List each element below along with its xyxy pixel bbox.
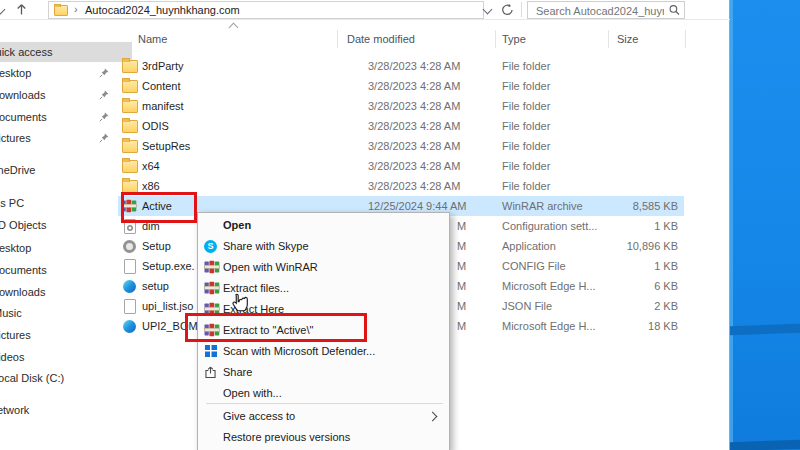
winrar-icon [204, 260, 220, 274]
menu-label: Open [223, 215, 251, 236]
sidebar-label: Pictures [0, 132, 31, 144]
edge-icon [123, 320, 136, 333]
menu-item-scan-with-defender[interactable]: Scan with Microsoft Defender... [198, 341, 449, 362]
toolbar-border [0, 19, 730, 20]
file-row-manifest[interactable]: manifest 3/28/2023 4:28 AM File folder [118, 96, 684, 116]
application-icon [123, 240, 136, 253]
column-separator[interactable] [685, 30, 686, 48]
sidebar-item-network[interactable]: Network [0, 400, 134, 420]
search-box[interactable] [527, 1, 685, 19]
sidebar-item-quick-access[interactable]: Quick access [0, 42, 132, 62]
file-type: File folder [502, 116, 550, 136]
breadcrumb-chevron-icon: › [74, 3, 78, 15]
address-bar[interactable]: › Autocad2024_huynhkhang.com [48, 1, 484, 19]
menu-item-share-with-skype[interactable]: Share with Skype [198, 236, 449, 257]
sidebar-item-pictures-pinned[interactable]: Pictures [0, 128, 136, 148]
file-name: Content [142, 76, 181, 96]
cursor-pointer-icon [229, 291, 250, 317]
menu-item-open-with[interactable]: Open with... [198, 383, 449, 404]
menu-label: Share with Skype [223, 236, 309, 257]
menu-label: Open with WinRAR [223, 257, 318, 278]
sidebar-label: 3D Objects [0, 219, 46, 231]
menu-label: Restore previous versions [223, 427, 350, 448]
menu-item-open-with-winrar[interactable]: Open with WinRAR [198, 257, 449, 278]
file-size [548, 56, 678, 76]
sidebar-item-3d-objects[interactable]: 3D Objects [0, 215, 137, 235]
column-separator[interactable] [608, 30, 609, 48]
sidebar-item-downloads[interactable]: Downloads [0, 282, 136, 302]
menu-item-restore-previous-versions[interactable]: Restore previous versions [198, 427, 449, 448]
sidebar-item-onedrive[interactable]: OneDrive [0, 160, 134, 180]
menu-item-give-access-to[interactable]: Give access to [198, 406, 449, 427]
column-separator[interactable] [495, 30, 496, 48]
menu-separator [206, 403, 443, 404]
file-date: 3/28/2023 4:28 AM [368, 56, 460, 76]
file-row-x64[interactable]: x64 3/28/2023 4:28 AM File folder [118, 156, 684, 176]
file-name: Setup.exe. [142, 256, 195, 276]
file-row-x86[interactable]: x86 3/28/2023 4:28 AM File folder [118, 176, 684, 196]
file-date: 3/28/2023 4:28 AM [368, 136, 460, 156]
sidebar-item-desktop-pinned[interactable]: Desktop [0, 63, 136, 83]
column-separator[interactable] [337, 30, 338, 48]
up-button[interactable] [15, 2, 31, 18]
file-size [548, 76, 678, 96]
column-header-name[interactable]: Name [138, 28, 167, 50]
sidebar-item-this-pc[interactable]: This PC [0, 193, 130, 213]
sidebar-label: Quick access [0, 46, 52, 58]
column-header-size[interactable]: Size [617, 28, 638, 50]
desktop-wallpaper [730, 0, 800, 450]
column-header-type[interactable]: Type [502, 28, 526, 50]
file-size: 8,585 KB [548, 196, 678, 216]
menu-item-share[interactable]: Share [198, 362, 449, 383]
sidebar-label: Desktop [0, 242, 31, 254]
file-row-content[interactable]: Content 3/28/2023 4:28 AM File folder [118, 76, 684, 96]
file-row-3rdparty[interactable]: 3rdParty 3/28/2023 4:28 AM File folder [118, 56, 684, 76]
nav-dropdown-icon[interactable] [0, 5, 5, 15]
file-name: x64 [142, 156, 160, 176]
share-icon [204, 366, 217, 379]
file-size [548, 176, 678, 196]
search-icon[interactable] [669, 4, 680, 18]
file-date: M [457, 276, 487, 296]
file-row-setupres[interactable]: SetupRes 3/28/2023 4:28 AM File folder [118, 136, 684, 156]
file-type: File folder [502, 156, 550, 176]
sidebar-item-downloads-pinned[interactable]: Downloads [0, 85, 136, 105]
up-arrow-icon [15, 2, 28, 16]
sidebar-item-desktop[interactable]: Desktop [0, 238, 136, 258]
file-type: File folder [502, 176, 550, 196]
sidebar-item-documents-pinned[interactable]: Documents [0, 107, 136, 127]
sidebar-item-documents[interactable]: Documents [0, 260, 136, 280]
file-date: 3/28/2023 4:28 AM [368, 96, 460, 116]
file-date: M [457, 256, 487, 276]
column-header-date-modified[interactable]: Date modified [347, 28, 415, 50]
wallpaper-light-edge [730, 0, 733, 450]
sidebar-item-local-disk-c[interactable]: Local Disk (C:) [0, 368, 137, 388]
menu-label: Scan with Microsoft Defender... [223, 341, 375, 362]
sidebar-label: Local Disk (C:) [0, 372, 64, 384]
file-date: 3/28/2023 4:28 AM [368, 76, 460, 96]
search-input[interactable] [534, 3, 666, 18]
menu-item-open[interactable]: Open [198, 215, 449, 236]
submenu-chevron-icon [428, 412, 438, 422]
breadcrumb[interactable]: Autocad2024_huynhkhang.com [85, 3, 240, 17]
folder-icon [54, 5, 68, 16]
file-row-odis[interactable]: ODIS 3/28/2023 4:28 AM File folder [118, 116, 684, 136]
address-dropdown-icon[interactable] [483, 5, 493, 15]
folder-icon [122, 160, 138, 173]
sidebar-label: OneDrive [0, 164, 35, 176]
sidebar-label: Downloads [0, 286, 45, 298]
defender-icon [205, 345, 217, 357]
file-size: 2 KB [548, 296, 678, 316]
file-date: M [457, 316, 487, 336]
refresh-button[interactable] [501, 3, 514, 16]
file-type: File folder [502, 136, 550, 156]
wallpaper-stripe [730, 324, 800, 335]
pin-icon [99, 68, 109, 78]
sidebar-item-videos[interactable]: Videos [0, 347, 136, 367]
edge-icon [123, 280, 136, 293]
file-name: setup [142, 276, 169, 296]
file-name: Setup [142, 236, 171, 256]
sidebar-item-pictures[interactable]: Pictures [0, 325, 136, 345]
menu-label: Share [223, 362, 252, 383]
annotation-box-active-file [121, 192, 197, 223]
